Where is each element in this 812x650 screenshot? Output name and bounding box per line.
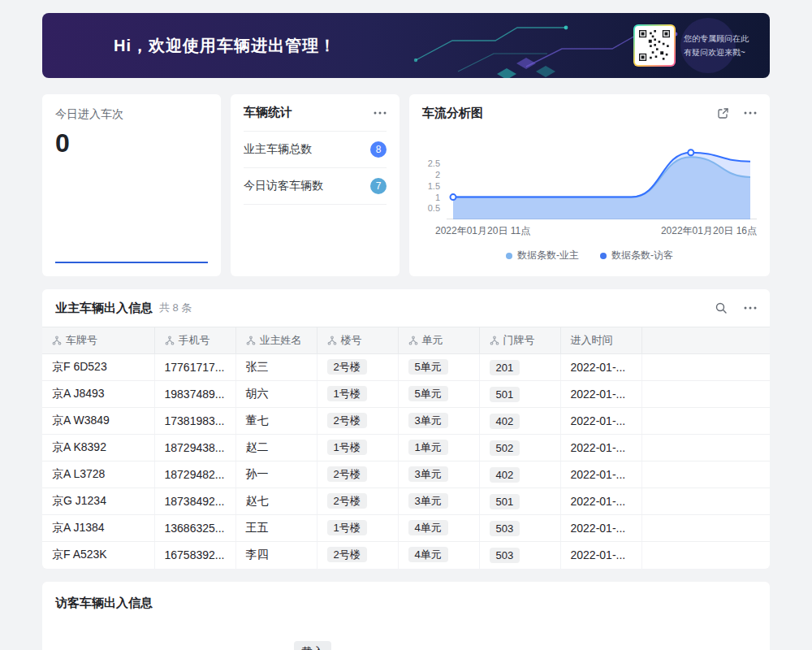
y-tick-label: 2 [435,170,440,180]
cell-tag: 501 [490,494,520,509]
cell-tag: 201 [490,360,520,375]
today-entry-card: 今日进入车次 0 [42,94,221,276]
qr-pattern-icon [639,30,670,61]
cell-phone: 16758392... [154,542,235,569]
cell-door: 502 [479,435,560,462]
field-type-icon [52,336,62,345]
cell-plate: 京A J8493 [42,381,154,408]
stats-count-badge: 7 [370,178,387,194]
cell-plate: 京A L3728 [42,462,154,488]
column-label: 进入时间 [571,334,613,346]
cell-tag: 503 [490,548,520,563]
cell-time: 2022-01-... [560,488,641,515]
cell-unit: 5单元 [398,354,479,381]
cell-tag: 1号楼 [327,386,367,401]
banner-consultant-block: 您的专属顾问在此 有疑问欢迎来戳~ [633,24,749,67]
search-icon[interactable] [715,301,728,314]
cell-tag: 3单元 [408,466,448,482]
cell-time: 2022-01-... [560,435,641,462]
open-in-new-icon[interactable] [717,107,729,119]
cell-empty [641,408,770,435]
cell-tag: 2号楼 [327,466,367,482]
cell-building: 1号楼 [317,515,398,542]
cell-time: 2022-01-... [560,408,641,435]
summary-cards-row: 今日进入车次 0 车辆统计 业主车辆总数8今日访客车辆数7 车流分析图 [42,94,770,276]
cell-building: 2号楼 [317,354,398,381]
column-header-name[interactable]: 业主姓名 [235,327,317,354]
cell-tag: 2号楼 [327,547,367,562]
column-header-unit[interactable]: 单元 [398,327,479,354]
table-row: 京A K839218729438...赵二1号楼1单元5022022-01-..… [42,435,770,462]
cell-door: 402 [479,408,560,435]
cell-name: 董七 [235,408,317,435]
legend-label: 数据条数-业主 [517,249,579,262]
cell-door: 503 [479,542,560,569]
column-label: 门牌号 [503,334,535,346]
cell-unit: 5单元 [398,381,479,408]
cell-empty [641,462,770,488]
cell-unit: 3单元 [398,408,479,435]
cell-plate: 京F A523K [42,542,154,569]
owner-table: 车牌号手机号业主姓名楼号单元门牌号进入时间 京F 6D52317761717..… [42,327,770,569]
cell-time: 2022-01-... [560,515,641,542]
x-tick-label: 2022年01月20日 11点 [435,224,530,238]
cell-empty [641,354,770,381]
cell-plate: 京F 6D523 [42,354,154,381]
column-label: 业主姓名 [260,334,302,346]
visitor-table-title: 访客车辆出入信息 [55,582,757,611]
stat-underline [55,262,208,263]
cell-tag: 402 [490,467,520,483]
cell-tag: 5单元 [408,359,448,375]
cell-tag: 5单元 [408,386,448,401]
field-type-icon [490,336,499,345]
qr-caption-line2: 有疑问欢迎来戳~ [684,46,749,59]
more-icon[interactable] [744,111,757,115]
table-row: 京A L372818729482...孙一2号楼3单元4022022-01-..… [42,462,770,488]
stats-row: 今日访客车辆数7 [244,168,387,205]
cell-tag: 4单元 [408,547,448,562]
cell-tag: 1号楼 [327,520,367,535]
cell-name: 胡六 [235,381,317,408]
cell-tag: 3单元 [408,493,448,509]
cell-plate: 京A K8392 [42,435,154,462]
column-header-door[interactable]: 门牌号 [479,327,560,354]
column-header-time[interactable]: 进入时间 [560,327,641,354]
column-header-phone[interactable]: 手机号 [154,327,235,354]
chart-y-axis: 0.511.522.5 [422,141,447,219]
table-row: 京F 6D52317761717...张三2号楼5单元2012022-01-..… [42,354,770,381]
field-type-icon [408,336,418,345]
cell-door: 201 [479,354,560,381]
table-row: 京A J138413686325...王五1号楼4单元5032022-01-..… [42,515,770,542]
traffic-chart-title: 车流分析图 [422,106,483,121]
cell-door: 501 [479,381,560,408]
column-label: 单元 [422,334,443,346]
cell-building: 2号楼 [317,542,398,569]
cell-tag: 502 [490,440,520,456]
stats-row-label: 业主车辆总数 [244,142,312,157]
chart-legend: 数据条数-业主数据条数-访客 [422,249,757,262]
dashboard-page: Hi，欢迎使用车辆进出管理！ [0,0,812,650]
stat-label: 今日进入车次 [55,107,208,122]
more-icon[interactable] [374,111,387,115]
stats-row: 业主车辆总数8 [244,132,387,168]
cell-tag: 4单元 [408,520,448,535]
column-header-building[interactable]: 楼号 [317,327,398,354]
cell-time: 2022-01-... [560,354,641,381]
cell-unit: 4单元 [398,542,479,569]
y-tick-label: 2.5 [428,158,440,168]
more-icon[interactable] [744,306,757,310]
chart-plot [447,141,757,219]
cell-tag: 2号楼 [327,359,367,375]
cell-tag: 1号楼 [327,440,367,455]
owner-table-header-row: 车牌号手机号业主姓名楼号单元门牌号进入时间 [42,327,770,354]
owner-table-title: 业主车辆出入信息 [55,301,153,316]
cell-phone: 13686325... [154,515,235,542]
cell-time: 2022-01-... [560,381,641,408]
vehicle-stats-list: 业主车辆总数8今日访客车辆数7 [244,132,387,205]
qr-caption: 您的专属顾问在此 有疑问欢迎来戳~ [684,32,749,59]
cell-door: 503 [479,515,560,542]
stat-value: 0 [55,128,208,158]
column-header-plate[interactable]: 车牌号 [42,327,154,354]
cell-building: 1号楼 [317,381,398,408]
column-label: 车牌号 [66,334,97,346]
